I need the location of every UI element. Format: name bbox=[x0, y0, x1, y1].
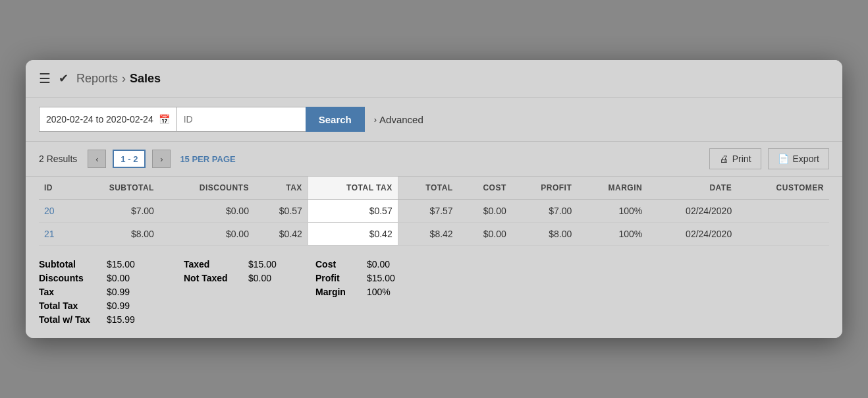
breadcrumb: Reports › Sales bbox=[76, 72, 161, 86]
col-header-id: ID bbox=[39, 177, 72, 200]
header: ☰ ✔ Reports › Sales bbox=[26, 60, 842, 98]
row1-date: 02/24/2020 bbox=[647, 200, 737, 223]
per-page-selector[interactable]: 15 PER PAGE bbox=[180, 154, 235, 164]
row1-total-tax: $0.57 bbox=[308, 200, 398, 223]
export-label: Export bbox=[793, 154, 819, 164]
row2-cost: $0.00 bbox=[458, 223, 512, 246]
summary-label-discounts: Discounts bbox=[39, 273, 101, 283]
summary-label-cost: Cost bbox=[315, 259, 362, 270]
summary-label-profit: Profit bbox=[315, 273, 362, 283]
date-range-text: 2020-02-24 to 2020-02-24 bbox=[46, 114, 153, 125]
pagination-bar: 2 Results ‹ 1 - 2 › 15 PER PAGE 🖨 Print … bbox=[26, 142, 842, 177]
summary-label-margin: Margin bbox=[315, 287, 362, 297]
summary-row-tax: Tax $0.99 bbox=[39, 287, 171, 297]
summary-value-not-taxed: $0.00 bbox=[248, 273, 271, 283]
breadcrumb-reports[interactable]: Reports bbox=[76, 72, 118, 86]
row1-customer bbox=[737, 200, 829, 223]
export-button[interactable]: 📄 Export bbox=[768, 148, 829, 169]
summary-value-profit: $15.00 bbox=[367, 273, 395, 283]
row1-subtotal: $7.00 bbox=[72, 200, 159, 223]
summary-row-taxed: Taxed $15.00 bbox=[184, 259, 302, 270]
export-icon: 📄 bbox=[778, 154, 789, 164]
table-row: 20 $7.00 $0.00 $0.57 $0.57 $7.57 $0.00 $… bbox=[39, 200, 829, 223]
prev-page-button[interactable]: ‹ bbox=[88, 150, 106, 168]
row2-tax: $0.42 bbox=[254, 223, 308, 246]
summary-value-discounts: $0.00 bbox=[107, 273, 130, 283]
search-bar: 2020-02-24 to 2020-02-24 📅 Search › Adva… bbox=[26, 98, 842, 142]
col-header-customer: CUSTOMER bbox=[737, 177, 829, 200]
summary-col1: Subtotal $15.00 Discounts $0.00 Tax $0.9… bbox=[39, 259, 171, 325]
row2-id[interactable]: 21 bbox=[39, 223, 72, 246]
hamburger-icon[interactable]: ☰ bbox=[39, 71, 51, 86]
row2-total: $8.42 bbox=[398, 223, 458, 246]
sales-table: ID SUBTOTAL DISCOUNTS TAX TOTAL TAX TOTA… bbox=[39, 177, 829, 246]
row1-tax: $0.57 bbox=[254, 200, 308, 223]
table-row: 21 $8.00 $0.00 $0.42 $0.42 $8.42 $0.00 $… bbox=[39, 223, 829, 246]
date-range-input[interactable]: 2020-02-24 to 2020-02-24 📅 bbox=[39, 107, 176, 132]
summary-label-not-taxed: Not Taxed bbox=[184, 273, 243, 283]
col-header-cost: COST bbox=[458, 177, 512, 200]
breadcrumb-separator: › bbox=[122, 72, 126, 86]
summary-row-total-with-tax: Total w/ Tax $15.99 bbox=[39, 314, 171, 325]
row1-id[interactable]: 20 bbox=[39, 200, 72, 223]
summary-label-total-with-tax: Total w/ Tax bbox=[39, 314, 101, 325]
row1-margin: 100% bbox=[577, 200, 647, 223]
row1-profit: $7.00 bbox=[512, 200, 578, 223]
summary-value-subtotal: $15.00 bbox=[107, 259, 135, 270]
col-header-date: DATE bbox=[647, 177, 737, 200]
print-button[interactable]: 🖨 Print bbox=[709, 148, 761, 169]
logo-icon: ✔ bbox=[59, 71, 68, 86]
summary-value-tax: $0.99 bbox=[107, 287, 130, 297]
summary-label-tax: Tax bbox=[39, 287, 101, 297]
col-header-discounts: DISCOUNTS bbox=[159, 177, 254, 200]
results-count: 2 Results bbox=[39, 154, 77, 164]
print-label: Print bbox=[732, 154, 751, 164]
summary-row-subtotal: Subtotal $15.00 bbox=[39, 259, 171, 270]
col-header-total: TOTAL bbox=[398, 177, 458, 200]
id-input[interactable] bbox=[176, 107, 306, 132]
breadcrumb-current: Sales bbox=[130, 72, 161, 86]
advanced-button[interactable]: › Advanced bbox=[365, 114, 433, 125]
col-header-margin: MARGIN bbox=[577, 177, 647, 200]
row2-profit: $8.00 bbox=[512, 223, 578, 246]
row2-customer bbox=[737, 223, 829, 246]
row2-date: 02/24/2020 bbox=[647, 223, 737, 246]
col-header-total-tax: TOTAL TAX bbox=[308, 177, 398, 200]
main-window: ☰ ✔ Reports › Sales 2020-02-24 to 2020-0… bbox=[26, 60, 842, 338]
calendar-icon: 📅 bbox=[159, 114, 170, 125]
summary-value-total-tax: $0.99 bbox=[107, 300, 130, 311]
row1-total: $7.57 bbox=[398, 200, 458, 223]
search-button[interactable]: Search bbox=[306, 107, 365, 132]
summary-value-cost: $0.00 bbox=[367, 259, 390, 270]
row2-discounts: $0.00 bbox=[159, 223, 254, 246]
advanced-label: Advanced bbox=[379, 114, 423, 125]
summary-value-total-with-tax: $15.99 bbox=[107, 314, 135, 325]
chevron-icon: › bbox=[374, 115, 377, 125]
summary-section: Subtotal $15.00 Discounts $0.00 Tax $0.9… bbox=[26, 252, 842, 338]
col-header-subtotal: SUBTOTAL bbox=[72, 177, 159, 200]
summary-label-taxed: Taxed bbox=[184, 259, 243, 270]
current-page: 1 - 2 bbox=[113, 150, 146, 168]
summary-row-total-tax: Total Tax $0.99 bbox=[39, 300, 171, 311]
summary-value-margin: 100% bbox=[367, 287, 391, 297]
row1-cost: $0.00 bbox=[458, 200, 512, 223]
summary-row-discounts: Discounts $0.00 bbox=[39, 273, 171, 283]
summary-row-not-taxed: Not Taxed $0.00 bbox=[184, 273, 302, 283]
summary-row-margin: Margin 100% bbox=[315, 287, 434, 297]
col-header-tax: TAX bbox=[254, 177, 308, 200]
summary-value-taxed: $15.00 bbox=[248, 259, 277, 270]
summary-col3: Cost $0.00 Profit $15.00 Margin 100% bbox=[302, 259, 434, 325]
table-wrapper: ID SUBTOTAL DISCOUNTS TAX TOTAL TAX TOTA… bbox=[26, 177, 842, 252]
row1-discounts: $0.00 bbox=[159, 200, 254, 223]
summary-col2: Taxed $15.00 Not Taxed $0.00 bbox=[171, 259, 302, 325]
summary-row-cost: Cost $0.00 bbox=[315, 259, 434, 270]
row2-total-tax: $0.42 bbox=[308, 223, 398, 246]
row2-margin: 100% bbox=[577, 223, 647, 246]
next-page-button[interactable]: › bbox=[152, 150, 171, 168]
summary-row-profit: Profit $15.00 bbox=[315, 273, 434, 283]
printer-icon: 🖨 bbox=[719, 154, 728, 164]
summary-label-total-tax: Total Tax bbox=[39, 300, 101, 311]
row2-subtotal: $8.00 bbox=[72, 223, 159, 246]
col-header-profit: PROFIT bbox=[512, 177, 578, 200]
summary-label-subtotal: Subtotal bbox=[39, 259, 101, 270]
